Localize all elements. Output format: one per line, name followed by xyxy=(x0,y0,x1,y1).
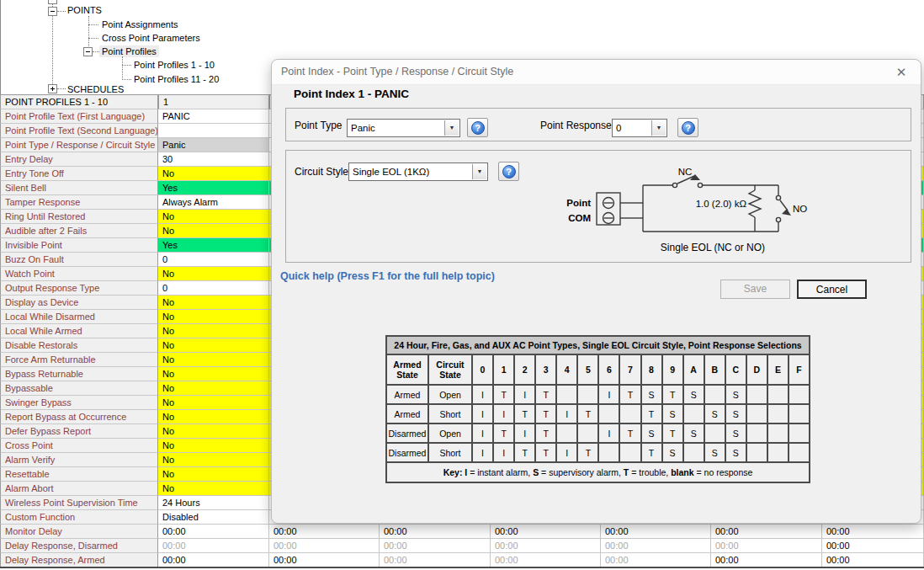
profile-column-header: 1 xyxy=(158,95,269,109)
expand-collapse-icon[interactable] xyxy=(48,0,57,4)
profile-value-cell[interactable]: No xyxy=(158,439,269,453)
profile-value-cell[interactable]: PANIC xyxy=(158,109,269,124)
profile-value-cell[interactable] xyxy=(158,124,269,138)
profile-value-cell[interactable]: 00:00 xyxy=(269,553,380,567)
response-table-cell xyxy=(619,404,640,424)
profile-value-cell[interactable]: Yes xyxy=(158,181,269,195)
profile-value-cell[interactable]: No xyxy=(158,396,269,410)
profile-value-cell[interactable]: 00:00 xyxy=(380,539,491,553)
profile-value-cell[interactable]: No xyxy=(158,267,269,281)
profile-value-cell[interactable]: No xyxy=(158,453,269,467)
profile-value-cell[interactable]: 00:00 xyxy=(822,525,924,539)
response-table-cell: F xyxy=(789,354,810,385)
tree-item-schedules[interactable]: SCHEDULES xyxy=(65,83,126,94)
profile-value-cell[interactable]: 00:00 xyxy=(269,525,380,539)
profile-value-cell[interactable]: 00:00 xyxy=(601,525,711,539)
profile-row-label: Bypass Returnable xyxy=(0,367,158,381)
point-response-value: 0 xyxy=(616,123,621,133)
response-table-cell: I xyxy=(472,404,493,424)
collapse-icon[interactable] xyxy=(48,7,57,16)
profile-row-label: Cross Point xyxy=(0,439,158,453)
save-button[interactable]: Save xyxy=(720,280,790,299)
profile-value-cell[interactable]: No xyxy=(158,296,269,310)
profile-value-cell[interactable]: Panic xyxy=(158,138,269,152)
expand-icon[interactable] xyxy=(48,84,57,93)
point-type-help-button[interactable]: ? xyxy=(467,118,488,137)
profile-value-cell[interactable]: No xyxy=(158,338,269,353)
profile-value-cell[interactable]: No xyxy=(158,482,269,496)
profile-value-cell[interactable]: 00:00 xyxy=(158,539,269,553)
response-table-cell xyxy=(598,443,619,462)
profile-value-cell[interactable]: 24 Hours xyxy=(158,496,269,510)
response-table-cell xyxy=(746,404,767,424)
response-table-cell: 8 xyxy=(641,354,662,385)
profile-value-cell[interactable]: 0 xyxy=(158,281,269,296)
response-table-cell: Circuit State xyxy=(428,354,472,385)
close-icon[interactable]: ✕ xyxy=(893,64,910,81)
tree-item-point-profiles-11-20[interactable]: Point Profiles 11 - 20 xyxy=(131,73,221,85)
profile-value-cell[interactable]: No xyxy=(158,310,269,324)
profile-value-cell[interactable]: No xyxy=(158,353,269,367)
cancel-button[interactable]: Cancel xyxy=(797,280,867,299)
profile-value-cell[interactable]: Always Alarm xyxy=(158,195,269,210)
profile-value-cell[interactable]: No xyxy=(158,367,269,381)
chevron-down-icon[interactable]: ▼ xyxy=(472,164,486,179)
profile-value-cell[interactable]: No xyxy=(158,410,269,424)
chevron-down-icon[interactable]: ▼ xyxy=(444,120,459,136)
profile-value-cell[interactable]: No xyxy=(158,381,269,396)
profile-value-cell[interactable]: 00:00 xyxy=(822,553,924,567)
response-table-cell: T xyxy=(577,404,598,424)
response-table-cell: Armed State xyxy=(386,354,428,385)
profile-value-cell[interactable]: 00:00 xyxy=(711,525,822,539)
help-icon: ? xyxy=(502,165,516,178)
profile-value-cell[interactable]: Disabled xyxy=(158,510,269,525)
response-table-cell: T xyxy=(662,424,683,443)
tree-connector xyxy=(88,38,98,39)
tree-item-point-assignments[interactable]: Point Assignments xyxy=(99,19,181,30)
profile-value-cell[interactable]: 00:00 xyxy=(491,525,601,539)
response-table-cell: T xyxy=(641,443,662,462)
profile-value-cell[interactable]: 00:00 xyxy=(158,553,269,567)
response-table-cell: T xyxy=(535,443,556,462)
profile-value-cell[interactable]: No xyxy=(158,324,269,338)
profile-value-cell[interactable]: 00:00 xyxy=(491,539,601,553)
point-response-select[interactable]: 0 ▼ xyxy=(612,119,667,137)
profile-value-cell[interactable]: No xyxy=(158,467,269,482)
tree-item-point-profiles[interactable]: Point Profiles xyxy=(99,45,159,57)
profile-value-cell[interactable]: No xyxy=(158,167,269,181)
response-table-cell: T xyxy=(577,443,598,462)
tree-item-points[interactable]: POINTS xyxy=(65,4,104,16)
profile-value-cell[interactable]: No xyxy=(158,224,269,238)
chevron-down-icon[interactable]: ▼ xyxy=(651,120,666,136)
profile-value-cell[interactable]: Yes xyxy=(158,238,269,253)
collapse-icon[interactable] xyxy=(83,47,93,56)
tree-connector xyxy=(122,79,131,80)
profile-value-cell[interactable]: 00:00 xyxy=(711,553,822,567)
circuit-style-select[interactable]: Single EOL (1KΩ) ▼ xyxy=(348,162,488,181)
profile-row-label: Invisible Point xyxy=(0,238,158,253)
response-table-cell: 0 xyxy=(472,354,493,385)
circuit-style-help-button[interactable]: ? xyxy=(498,162,519,181)
profile-value-cell[interactable]: 30 xyxy=(158,152,269,167)
profile-value-cell[interactable]: 0 xyxy=(158,253,269,267)
profile-value-cell[interactable]: 00:00 xyxy=(711,539,822,553)
tree-item-cross-point-parameters[interactable]: Cross Point Parameters xyxy=(99,32,203,44)
tree-item-point-profiles-1-10[interactable]: Point Profiles 1 - 10 xyxy=(131,59,217,71)
tree-connector xyxy=(88,24,98,25)
profile-value-cell[interactable]: 00:00 xyxy=(601,539,711,553)
profile-value-cell[interactable]: 00:00 xyxy=(380,553,491,567)
response-table-cell: S xyxy=(641,424,662,443)
profile-value-cell[interactable]: 00:00 xyxy=(158,525,269,539)
profile-value-cell[interactable]: 00:00 xyxy=(491,553,601,567)
response-table-cell: S xyxy=(725,443,746,462)
profile-value-cell[interactable]: 00:00 xyxy=(380,525,491,539)
point-type-select[interactable]: Panic ▼ xyxy=(347,119,460,137)
profile-value-cell[interactable]: 00:00 xyxy=(601,553,711,567)
profile-value-cell[interactable]: No xyxy=(158,424,269,439)
profile-value-cell[interactable]: No xyxy=(158,210,269,224)
profile-value-cell[interactable]: 00:00 xyxy=(269,539,380,553)
quick-help-link[interactable]: Quick help (Press F1 for the full help t… xyxy=(280,270,495,282)
profile-value-cell[interactable]: 00:00 xyxy=(822,539,924,553)
point-response-help-button[interactable]: ? xyxy=(677,118,698,137)
profile-row-label: Local While Armed xyxy=(0,324,158,338)
